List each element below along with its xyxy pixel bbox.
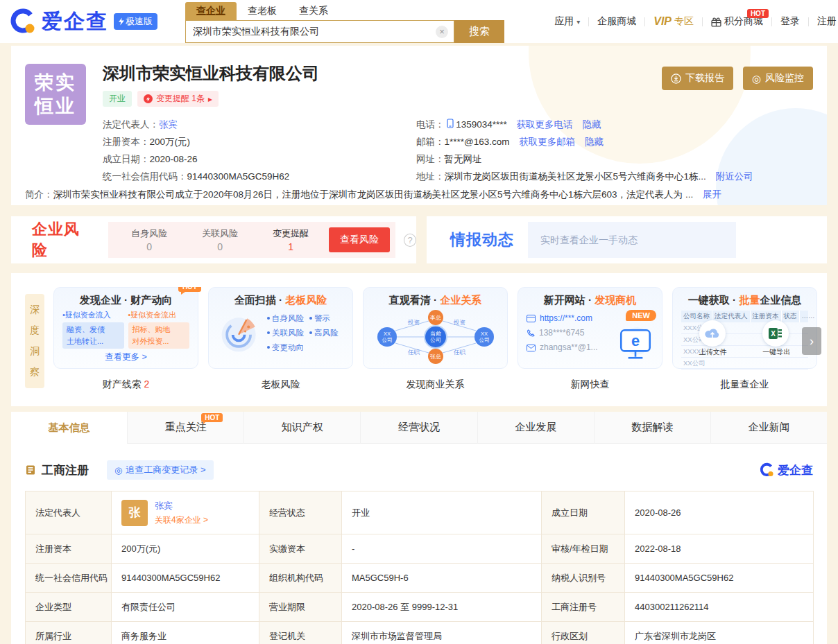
hide-email-link[interactable]: 隐藏 [585,137,604,147]
registration-title: 工商注册 [42,462,89,478]
table-row: 注册资本200万(元) 实缴资本- 审核/年检日期2022-08-18 [26,534,814,564]
deep-insight-strip: 深度洞察 [25,294,44,388]
nav-apps[interactable]: 应用▾ [546,15,588,28]
status-badge-open: 开业 [103,91,132,107]
field-reg-capital: 注册资本：200万(元) [103,133,416,150]
gift-icon [711,17,721,27]
intel-title: 情报动态 [450,229,514,250]
svg-text:公司: 公司 [382,337,393,343]
detail-section: 基本信息 重点关注HOT 知识产权 经营状况 企业发展 数据解读 企业新闻 工商… [11,412,827,644]
enterprise-risk-card: 企业风险 自身风险0 关联风险0 变更提醒1 查看风险 ? [11,216,416,263]
related-risk-stat[interactable]: 关联风险0 [185,227,255,252]
nav-vip-zone[interactable]: VIP专区 [645,15,702,28]
search-tab-relation[interactable]: 查关系 [288,2,339,20]
svg-text:公司: 公司 [479,337,490,343]
nav-login[interactable]: 登录 [772,15,808,28]
aiqicha-watermark: 爱企查 [760,462,813,478]
insight-card-batch[interactable]: 一键获取 · 批量企业信息 公司名称法定代表人注册资本状态…… XXX公司 XX… [672,287,817,406]
tab-company-news[interactable]: 企业新闻 [711,412,827,444]
phone-icon [447,119,454,128]
self-risk-stat[interactable]: 自身风险0 [114,227,185,252]
tab-key-focus[interactable]: 重点关注HOT [128,412,244,444]
related-companies-link[interactable]: 关联4家企业 > [155,514,208,526]
carousel-next-button[interactable]: › [802,327,821,355]
radar-icon [217,310,263,356]
aiqicha-watermark-icon [760,462,775,478]
table-row: 统一社会信用代码91440300MA5GC59H62 组织机构代码MA5GC59… [26,564,814,593]
legal-rep-link[interactable]: 张宾 [159,119,178,130]
insight-card-new-website[interactable]: NEW 新开网站 · 发现商机 https://***.com 138****6… [518,287,662,406]
company-logo: 荣实恒业 [25,64,86,125]
risk-title: 企业风险 [32,219,92,261]
hide-phone-link[interactable]: 隐藏 [582,119,601,130]
trace-changes-button[interactable]: ◎ 追查工商变更记录 > [107,460,214,480]
search-tab-boss[interactable]: 查老板 [237,2,288,20]
insight-card-property[interactable]: HOT 发现企业 · 财产动向 •疑似资金流入 融资、发债土地转让... •疑似… [53,287,198,406]
svg-text:投资: 投资 [407,319,420,326]
svg-text:投资: 投资 [453,319,466,326]
insight-card-boss-risk[interactable]: 全面扫描 · 老板风险 自身风险警示 关联风险高风险 [208,287,353,406]
nav-points-mall[interactable]: 积分商城 HOT [703,15,771,28]
hot-badge: HOT [747,9,769,18]
field-website: 网址：暂无网址 [416,150,753,168]
see-more-link[interactable]: 查看更多 > [62,351,189,363]
change-alert-stat[interactable]: 变更提醒1 [255,227,326,252]
more-phone-link[interactable]: 获取更多电话 [517,119,573,130]
intel-placeholder[interactable]: 实时查看企业一手动态 [528,222,736,258]
field-phone: 电话： 1359034**** 获取更多电话 隐藏 [416,116,753,133]
tab-company-development[interactable]: 企业发展 [478,412,595,444]
intel-card: 情报动态 实时查看企业一手动态 [427,216,827,263]
insight-card-relations[interactable]: 直观看清 · 企业关系 投资 投资 任职 任职 XX 公司 [363,287,508,406]
search-input-wrap: × [185,20,454,43]
excel-icon: X [769,327,783,340]
tab-basic-info[interactable]: 基本信息 [11,412,128,444]
search-area: 查企业 查老板 查关系 × 搜索 [185,0,504,43]
tab-intellectual-property[interactable]: 知识产权 [244,412,361,444]
svg-text:XX: XX [384,331,391,337]
help-icon[interactable]: ? [404,234,416,247]
browser-monitor-icon: e [616,327,655,361]
business-registration-section: 工商注册 ◎ 追查工商变更记录 > 爱企查 法定代表人 [11,444,827,644]
hot-badge: HOT [201,413,223,422]
risk-monitor-button[interactable]: ◎ 风险监控 [743,67,813,90]
nav-service-mall[interactable]: 企服商城 [589,15,644,28]
search-input[interactable] [186,21,454,42]
legal-rep-link[interactable]: 张宾 [155,500,208,512]
clear-icon[interactable]: × [436,26,448,38]
batch-mini-table: 公司名称法定代表人注册资本状态…… XXX公司 XX公司 XXXX公... XX… [681,311,808,369]
svg-text:XX: XX [481,331,488,337]
svg-text:任职: 任职 [407,349,420,356]
change-alert-badge[interactable]: 变更提醒 1条 ▸ [137,91,219,107]
nav-register[interactable]: 注册 [809,15,838,28]
tab-data-interpretation[interactable]: 数据解读 [595,412,711,444]
top-nav: 应用▾ 企服商城 VIP专区 积分商城 HOT 登录 注册 [546,0,838,43]
monitor-icon: ◎ [752,73,761,84]
company-summary-card: 下载报告 ◎ 风险监控 荣实恒业 深圳市荣实恒业科技有限公司 开业 变更提醒 1… [11,46,827,205]
detail-tabs: 基本信息 重点关注HOT 知识产权 经营状况 企业发展 数据解读 企业新闻 [11,412,827,444]
company-intro: 简介：深圳市荣实恒业科技有限公司成立于2020年08月26日，注册地位于深圳市龙… [25,189,813,201]
search-button[interactable]: 搜索 [454,20,504,43]
browser-icon [527,315,536,322]
hot-badge: HOT [178,287,201,292]
tab-operating-status[interactable]: 经营状况 [361,412,477,444]
svg-text:任职: 任职 [453,349,466,356]
aiqicha-logo[interactable]: 爱企查 极速版 [10,8,157,36]
field-establish-date: 成立日期：2020-08-26 [103,150,416,168]
view-risk-button[interactable]: 查看风险 [329,227,390,252]
envelope-icon [527,345,536,351]
insight-cards: HOT 发现企业 · 财产动向 •疑似资金流入 融资、发债土地转让... •疑似… [53,287,827,406]
svg-text:当前: 当前 [430,331,441,337]
nearby-companies-link[interactable]: 附近公司 [716,171,753,182]
search-tab-company[interactable]: 查企业 [185,2,237,20]
download-report-button[interactable]: 下载报告 [662,67,733,90]
expand-intro-link[interactable]: 展开 [703,189,721,200]
table-row: 企业类型有限责任公司 营业期限2020-08-26 至 9999-12-31 工… [26,593,814,622]
svg-text:李总: 李总 [429,315,441,321]
speed-version-badge: 极速版 [114,13,157,30]
svg-text:公司: 公司 [430,337,441,343]
avatar: 张 [121,500,148,526]
aiqicha-logo-icon [10,8,37,35]
more-email-link[interactable]: 获取更多邮箱 [519,137,575,147]
field-legal-rep: 法定代表人：张宾 [103,116,416,133]
risk-intel-row: 企业风险 自身风险0 关联风险0 变更提醒1 查看风险 ? 情报动态 实时查看企… [11,216,827,263]
